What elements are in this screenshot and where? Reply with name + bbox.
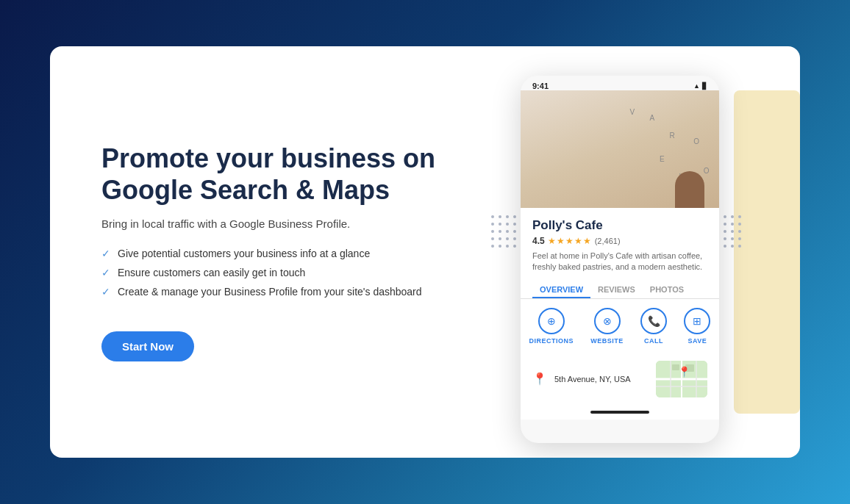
review-count: (2,461) xyxy=(595,237,621,245)
cafe-description: Feel at home in Polly's Cafe with artisa… xyxy=(532,251,707,273)
check-icon-2: ✓ xyxy=(101,267,110,278)
start-now-button[interactable]: Start Now xyxy=(101,331,194,361)
cafe-address: 5th Avenue, NY, USA xyxy=(554,375,631,384)
action-save[interactable]: ⊞ SAVE xyxy=(684,308,710,345)
features-list: ✓ Give potential customers your business… xyxy=(101,248,440,305)
cafe-actions: ⊕ DIRECTIONS ⊗ WEBSITE 📞 CALL ⊞ SAVE xyxy=(521,299,719,353)
action-call[interactable]: 📞 CALL xyxy=(640,308,667,345)
right-panel: 9:41 ▲ ▊ A R E W O O V xyxy=(484,46,800,458)
yellow-accent xyxy=(734,90,800,414)
phone-time: 9:41 xyxy=(532,82,549,90)
subtitle: Bring in local traffic with a Google Bus… xyxy=(101,217,440,230)
cafe-info-card: Polly's Cafe 4.5 ★★★★★ (2,461) Feel at h… xyxy=(521,208,719,299)
home-indicator xyxy=(590,411,649,414)
website-label: WEBSITE xyxy=(590,337,624,345)
map-thumbnail: 📍 xyxy=(656,361,707,397)
check-icon-1: ✓ xyxy=(101,248,110,259)
tab-photos[interactable]: PHOTOS xyxy=(643,281,691,298)
phone-status-bar: 9:41 ▲ ▊ xyxy=(521,76,719,90)
feature-item-1: ✓ Give potential customers your business… xyxy=(101,248,440,259)
call-icon: 📞 xyxy=(640,308,667,334)
rating-number: 4.5 xyxy=(532,236,545,246)
cafe-name: Polly's Cafe xyxy=(532,218,707,233)
call-label: CALL xyxy=(644,337,663,345)
map-pin: 📍 xyxy=(678,366,690,378)
location-icon: 📍 xyxy=(532,372,547,386)
tab-overview[interactable]: OVERVIEW xyxy=(532,281,590,298)
phone-status-icons: ▲ ▊ xyxy=(693,82,707,90)
dot-grid-right xyxy=(724,215,741,248)
rating-row: 4.5 ★★★★★ (2,461) xyxy=(532,236,707,246)
action-website[interactable]: ⊗ WEBSITE xyxy=(590,308,624,345)
main-card: Promote your business on Google Search &… xyxy=(50,46,800,458)
directions-icon: ⊕ xyxy=(538,308,565,334)
save-label: SAVE xyxy=(688,337,707,345)
phone-bottom-bar xyxy=(521,405,719,420)
feature-item-2: ✓ Ensure customers can easily get in tou… xyxy=(101,267,440,278)
feature-item-3: ✓ Create & manage your Business Profile … xyxy=(101,286,440,298)
website-icon: ⊗ xyxy=(594,308,621,334)
save-icon: ⊞ xyxy=(684,308,710,334)
cafe-image: A R E W O O V ♥ xyxy=(521,90,719,208)
phone-mockup: 9:41 ▲ ▊ A R E W O O V xyxy=(521,76,719,443)
star-rating: ★★★★★ xyxy=(548,236,592,246)
main-heading: Promote your business on Google Search &… xyxy=(101,143,440,206)
cafe-tabs: OVERVIEW REVIEWS PHOTOS xyxy=(521,281,719,299)
left-panel: Promote your business on Google Search &… xyxy=(50,46,484,458)
action-directions[interactable]: ⊕ DIRECTIONS xyxy=(529,308,574,345)
map-section: 📍 5th Avenue, NY, USA 📍 xyxy=(521,353,719,405)
coffee-visual: A R E W O O V ♥ xyxy=(521,90,719,208)
hand-detail xyxy=(675,171,704,208)
directions-label: DIRECTIONS xyxy=(529,337,574,345)
tab-reviews[interactable]: REVIEWS xyxy=(590,281,643,298)
check-icon-3: ✓ xyxy=(101,286,110,298)
